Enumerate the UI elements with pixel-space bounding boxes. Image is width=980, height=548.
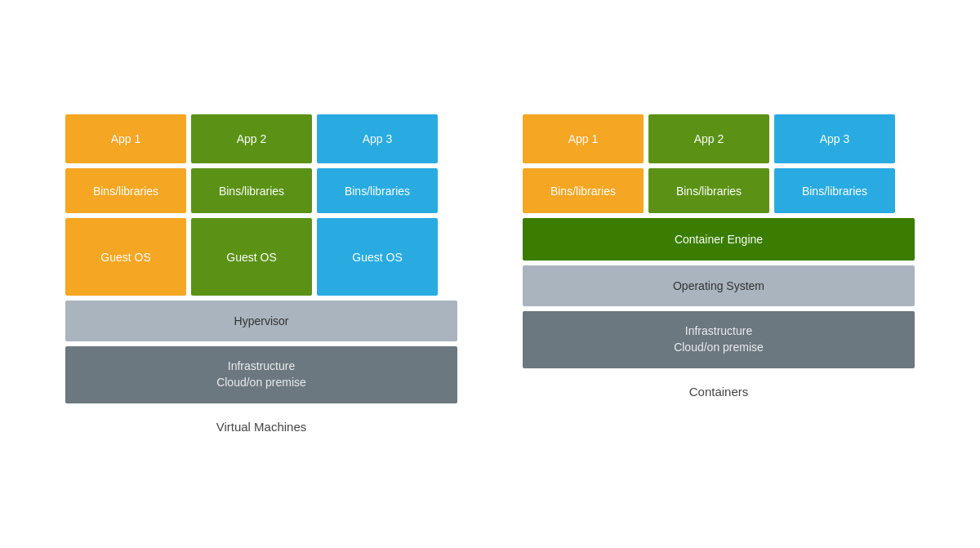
- vm-bins2: Bins/libraries: [191, 168, 312, 213]
- c-app1: App 1: [523, 114, 644, 163]
- main-container: App 1 App 2 App 3 Bins/libraries Bins/li…: [49, 98, 931, 450]
- vm-bins-row: Bins/libraries Bins/libraries Bins/libra…: [65, 168, 457, 213]
- c-bins3: Bins/libraries: [774, 168, 895, 213]
- c-bins1: Bins/libraries: [523, 168, 644, 213]
- vm-guestos3: Guest OS: [317, 218, 438, 296]
- containers-label: Containers: [689, 385, 749, 399]
- vm-infra: InfrastructureCloud/on premise: [65, 346, 457, 403]
- vm-guestos1: Guest OS: [65, 218, 186, 296]
- c-bins-row: Bins/libraries Bins/libraries Bins/libra…: [523, 168, 915, 213]
- vm-guestos2: Guest OS: [191, 218, 312, 296]
- vm-stack: App 1 App 2 App 3 Bins/libraries Bins/li…: [65, 114, 457, 403]
- c-os: Operating System: [523, 265, 915, 306]
- container-engine: Container Engine: [523, 218, 915, 261]
- vm-app-row: App 1 App 2 App 3: [65, 114, 457, 163]
- vm-guestos-row: Guest OS Guest OS Guest OS: [65, 218, 457, 296]
- vm-bins1: Bins/libraries: [65, 168, 186, 213]
- vm-hypervisor: Hypervisor: [65, 301, 457, 341]
- vm-app3: App 3: [317, 114, 438, 163]
- vm-app2: App 2: [191, 114, 312, 163]
- c-app2: App 2: [648, 114, 769, 163]
- c-app3: App 3: [774, 114, 895, 163]
- containers-diagram: App 1 App 2 App 3 Bins/libraries Bins/li…: [523, 114, 915, 399]
- containers-stack: App 1 App 2 App 3 Bins/libraries Bins/li…: [523, 114, 915, 368]
- c-infra: InfrastructureCloud/on premise: [523, 311, 915, 368]
- vm-app1: App 1: [65, 114, 186, 163]
- vm-bins3: Bins/libraries: [317, 168, 438, 213]
- c-bins2: Bins/libraries: [648, 168, 769, 213]
- vm-diagram: App 1 App 2 App 3 Bins/libraries Bins/li…: [65, 114, 457, 434]
- c-app-row: App 1 App 2 App 3: [523, 114, 915, 163]
- vm-label: Virtual Machines: [216, 420, 307, 434]
